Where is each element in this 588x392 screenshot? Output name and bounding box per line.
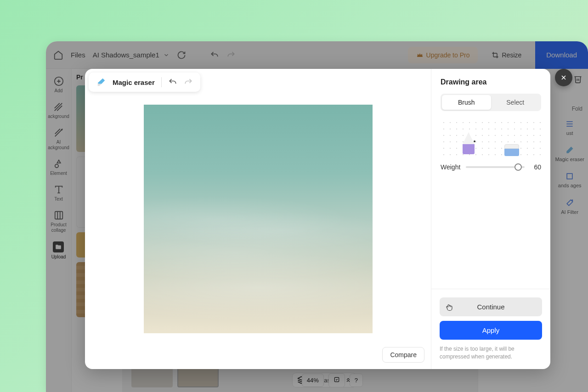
weight-label: Weight bbox=[441, 163, 460, 171]
divider bbox=[161, 77, 162, 87]
close-icon bbox=[560, 74, 567, 81]
close-modal-button[interactable] bbox=[555, 69, 572, 86]
weight-control: Weight 60 bbox=[441, 163, 541, 171]
drawing-area-heading: Drawing area bbox=[441, 78, 541, 86]
editing-canvas[interactable] bbox=[144, 105, 373, 333]
select-tab[interactable]: Select bbox=[491, 95, 540, 110]
weight-value: 60 bbox=[530, 163, 541, 171]
hand-cursor-icon bbox=[445, 303, 453, 311]
brush-tab[interactable]: Brush bbox=[442, 95, 491, 110]
modal-footer: Continue Apply If the size is too large,… bbox=[431, 289, 550, 369]
modal-redo-icon bbox=[184, 78, 193, 87]
slider-thumb[interactable] bbox=[514, 163, 522, 171]
modal-undo-icon[interactable] bbox=[168, 78, 177, 87]
modal-canvas-area: Magic eraser Compare bbox=[85, 69, 431, 369]
apply-button[interactable]: Apply bbox=[440, 321, 542, 340]
brush-preview bbox=[441, 119, 541, 156]
image-content bbox=[144, 105, 373, 333]
modal-sidebar: Drawing area Brush Select Weight bbox=[431, 69, 550, 369]
weight-slider[interactable] bbox=[466, 166, 525, 168]
modal-toolbar: Magic eraser bbox=[89, 73, 200, 92]
footer-note: If the size is too large, it will be com… bbox=[440, 345, 542, 361]
compare-button[interactable]: Compare bbox=[382, 347, 424, 363]
modal-title: Magic eraser bbox=[113, 78, 155, 86]
tool-mode-segmented: Brush Select bbox=[441, 94, 541, 111]
pencil-icon bbox=[463, 132, 475, 156]
continue-label: Continue bbox=[477, 303, 504, 311]
eraser-icon bbox=[96, 77, 106, 87]
magic-eraser-modal: Magic eraser Compare Drawing area Brush … bbox=[85, 69, 550, 369]
eraser-block-icon bbox=[504, 144, 519, 156]
continue-button[interactable]: Continue bbox=[440, 297, 542, 316]
